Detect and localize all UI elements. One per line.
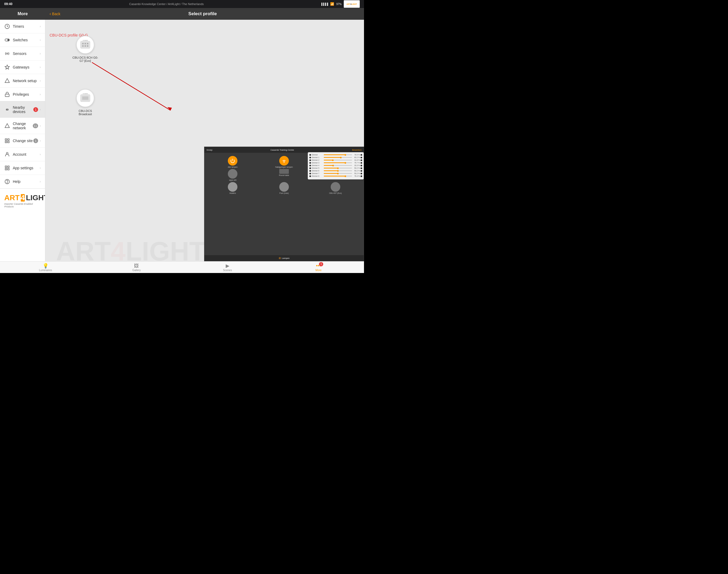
- nearby-badge: 1: [33, 107, 38, 112]
- slider-panel: Dimmer 76.5 % Dimmer 1 60.2 % Dimmer 2: [308, 152, 364, 179]
- sidebar-item-sensors[interactable]: Sensors ›: [0, 47, 45, 60]
- slider-thumb: [345, 162, 346, 164]
- slider-row: Dimmer 8 76.4 %: [309, 175, 362, 177]
- page-title: Select profile: [62, 11, 343, 16]
- sidebar-label-app-settings: App settings: [13, 166, 40, 170]
- back-button[interactable]: ‹ Back: [50, 11, 60, 16]
- screenshot-header-center: Casambi Training Centre: [270, 149, 294, 151]
- slider-dot-left: [309, 162, 311, 164]
- header-center: ‹ Back Select profile: [45, 11, 364, 16]
- slider-track: [324, 157, 352, 158]
- thumb-item-power: Alle lampen: [208, 156, 258, 168]
- sidebar-item-nearby-devices[interactable]: Nearby devices 1 ›: [0, 101, 45, 118]
- sidebar-label-change-network: Change network: [13, 122, 33, 130]
- thumb-item-signs-left: signs left: [208, 169, 258, 181]
- slider-row: Dimmer 5 50.2 %: [309, 167, 362, 169]
- slider-dot-left: [309, 159, 311, 161]
- svg-rect-15: [8, 166, 9, 168]
- slider-track: [324, 170, 352, 171]
- screenshot-header-right: Bewerken: [352, 149, 361, 151]
- tab-gallery[interactable]: 🖼 Gallery: [91, 262, 182, 273]
- slider-fill: [324, 176, 345, 176]
- profile-item-2[interactable]: CASAMBI CBU-DCS Broadcast: [72, 89, 98, 116]
- svg-rect-16: [5, 168, 7, 170]
- sidebar-item-network-setup[interactable]: Network setup ›: [0, 74, 45, 88]
- breadcrumb: Casambi Knowledge Center / Art4Light / T…: [129, 2, 204, 6]
- chevron-right-icon: ›: [40, 65, 41, 69]
- thumb-item-round-table: Round table: [259, 169, 309, 181]
- thumb-label-round-table: Round table: [279, 174, 289, 176]
- sidebar-label-change-site: Change site: [13, 139, 33, 143]
- art4light-4: 4: [21, 194, 25, 202]
- svg-point-24: [87, 43, 88, 44]
- slider-label: Dimmer 2: [312, 159, 323, 161]
- screenshot-header-left: Groep: [207, 149, 212, 151]
- slider-track: [324, 176, 352, 176]
- slider-dot-right: [360, 159, 362, 161]
- svg-rect-9: [5, 139, 7, 140]
- lamp-icon: 💡: [43, 263, 48, 269]
- chevron-right-icon: ›: [40, 108, 41, 112]
- slider-pct: 50.2 %: [353, 172, 360, 174]
- thumb-power-icon: [228, 156, 238, 166]
- slider-row: Dimmer 1 60.2 %: [309, 157, 362, 158]
- sensor-icon: [4, 51, 10, 56]
- sidebar-item-help[interactable]: Help ›: [0, 175, 45, 189]
- change-site-icon: [4, 138, 10, 144]
- slider-dot-left: [309, 167, 311, 169]
- tab-luminaires[interactable]: 💡 Luminaires: [0, 262, 91, 273]
- slider-dot-right: [360, 167, 362, 169]
- slider-thumb: [345, 175, 346, 177]
- chevron-right-icon: ›: [40, 25, 41, 28]
- svg-point-22: [82, 43, 84, 44]
- slider-label: Dimmer 8: [312, 175, 323, 177]
- chevron-right-icon: ›: [40, 153, 41, 156]
- app-settings-icon: [4, 165, 10, 171]
- slider-pct: 76.5 %: [353, 154, 360, 156]
- tab-scenes[interactable]: ▶ Scenes: [182, 262, 273, 273]
- sidebar-header-title: More: [0, 11, 45, 16]
- slider-pct: 33.3 %: [353, 164, 360, 166]
- thumb-label-power: Alle lampen: [228, 166, 238, 168]
- thumb-item-extra: CBU-007 (Evo): [310, 182, 360, 194]
- overlay-screenshot: Groep Casambi Training Centre Bewerken: [204, 147, 364, 261]
- thumb-extra-icon: [331, 182, 340, 192]
- slider-dot-left: [309, 175, 311, 177]
- svg-rect-14: [5, 166, 7, 168]
- sidebar-item-account[interactable]: Account ›: [0, 148, 45, 161]
- sidebar-item-privileges[interactable]: Privileges ›: [0, 88, 45, 101]
- gateway-icon: [4, 64, 10, 70]
- svg-line-29: [92, 63, 171, 110]
- slider-dot-right: [360, 170, 362, 172]
- switch-icon: [4, 37, 10, 43]
- nearby-icon: [4, 107, 10, 113]
- slider-row: Dimmer 4 33.3 %: [309, 164, 362, 166]
- slider-track: [324, 173, 352, 174]
- sidebar-item-change-network[interactable]: Change network 11 ›: [0, 118, 45, 134]
- svg-marker-4: [5, 65, 10, 69]
- slider-track: [324, 165, 352, 166]
- chevron-right-icon: ›: [40, 124, 41, 128]
- thumb-heaters-icon: [228, 182, 238, 192]
- thumb-item-wifi: Nabijgelegen lampen: [259, 156, 309, 168]
- sidebar-item-app-settings[interactable]: App settings ›: [0, 161, 45, 175]
- sidebar-item-switches[interactable]: Switches ›: [0, 33, 45, 47]
- sidebar-item-timers[interactable]: Timers ›: [0, 20, 45, 33]
- slider-row: Dimmer 3 75.7 %: [309, 162, 362, 164]
- sidebar-item-change-site[interactable]: Change site 1 ›: [0, 134, 45, 148]
- profile-item-1[interactable]: CASAMBI CBU-DCS 8CH G0-G7 [Evo]: [72, 36, 98, 63]
- slider-pct: 50.2 %: [353, 167, 360, 169]
- slider-row: Dimmer 7 50.2 %: [309, 172, 362, 174]
- chevron-right-icon: ›: [40, 79, 41, 83]
- svg-point-36: [284, 162, 284, 163]
- thumb-wifi-icon: [279, 156, 289, 166]
- svg-marker-30: [167, 107, 172, 110]
- slider-dot-right: [360, 157, 362, 158]
- sidebar-item-gateways[interactable]: Gateways ›: [0, 60, 45, 74]
- slider-dot-right: [360, 162, 362, 164]
- sidebar-label-account: Account: [13, 152, 40, 157]
- svg-point-25: [82, 45, 84, 47]
- tab-more[interactable]: 1 ••• More: [273, 262, 364, 273]
- svg-point-19: [7, 182, 7, 183]
- tab-gallery-label: Gallery: [132, 269, 141, 272]
